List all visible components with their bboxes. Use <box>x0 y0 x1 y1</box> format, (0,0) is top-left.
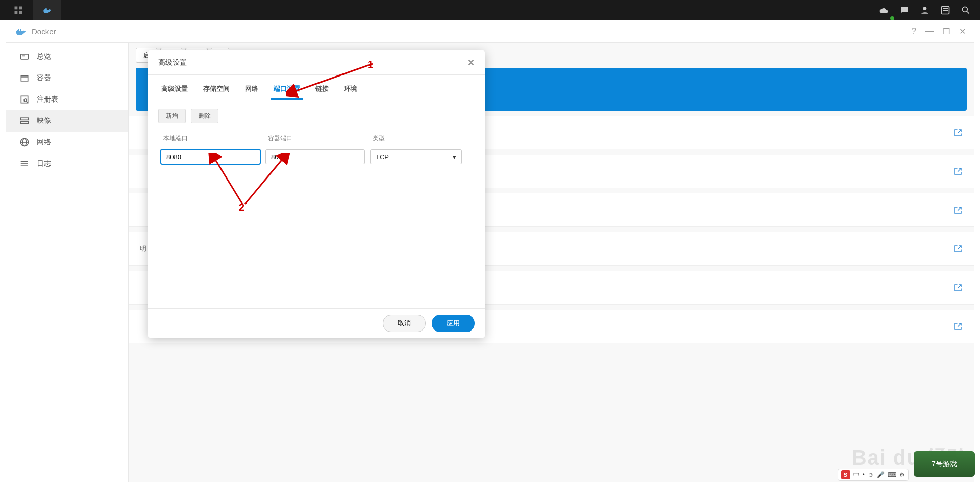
svg-rect-1 <box>19 7 22 10</box>
search-icon <box>961 5 971 15</box>
taskbar-left <box>4 0 61 20</box>
svg-rect-0 <box>15 7 18 10</box>
widgets-icon <box>940 5 950 15</box>
chat-button[interactable] <box>894 0 915 20</box>
chat-icon <box>899 5 910 15</box>
svg-point-6 <box>906 9 907 10</box>
apps-button[interactable] <box>4 0 33 20</box>
docker-icon <box>42 5 52 15</box>
cloud-icon <box>879 5 889 15</box>
system-taskbar <box>0 0 980 20</box>
svg-rect-9 <box>943 8 948 9</box>
svg-point-7 <box>923 7 927 10</box>
svg-point-11 <box>962 7 967 12</box>
svg-line-12 <box>967 12 969 14</box>
search-button[interactable] <box>955 0 976 20</box>
svg-rect-2 <box>15 11 18 14</box>
check-badge <box>889 15 895 20</box>
svg-rect-10 <box>943 10 948 11</box>
user-icon <box>920 5 930 15</box>
svg-rect-3 <box>19 11 22 14</box>
apps-icon <box>13 5 23 15</box>
user-button[interactable] <box>915 0 935 20</box>
widgets-button[interactable] <box>935 0 955 20</box>
cloud-status-button[interactable] <box>874 0 894 20</box>
taskbar-right <box>874 0 976 20</box>
svg-point-5 <box>904 9 905 10</box>
svg-point-4 <box>902 9 903 10</box>
docker-taskbar-button[interactable] <box>33 0 61 20</box>
